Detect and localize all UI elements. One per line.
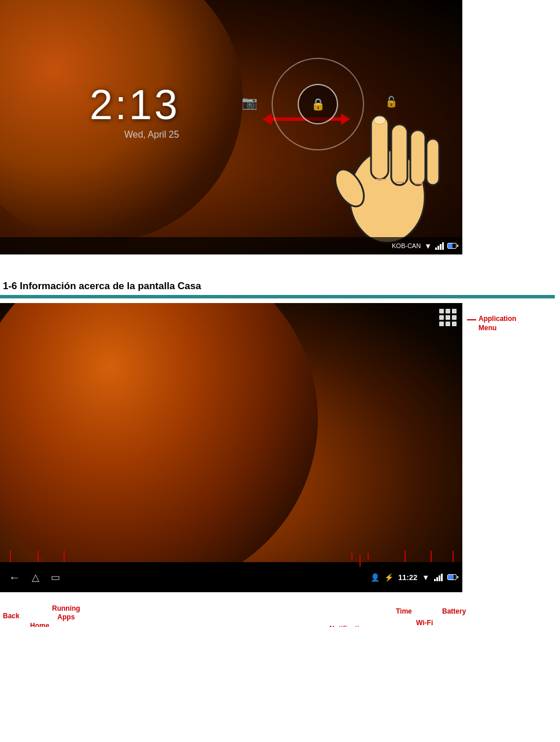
running-annotation-line (64, 551, 65, 562)
dot-6 (452, 315, 457, 320)
lock-screen-time: 2:13 (90, 81, 180, 128)
time-annotation-line (405, 551, 406, 562)
signal-bars-home (434, 573, 443, 581)
svg-rect-3 (391, 124, 407, 185)
nav-icons-left: ← △ ▭ (9, 571, 60, 584)
label-notifications: Notifications (329, 625, 372, 627)
svg-point-9 (374, 116, 385, 124)
notifications-line (359, 555, 361, 567)
dot-8 (446, 322, 450, 326)
battery-icon-home (447, 574, 457, 580)
svg-rect-2 (371, 116, 388, 179)
wifi-icon-lock: ▼ (424, 242, 432, 250)
back-button[interactable]: ← (9, 571, 20, 584)
dot-9 (452, 322, 457, 326)
battery-annotation-line (453, 551, 454, 562)
wifi-annotation-line (431, 551, 432, 562)
lock-screen-background: 2:13 Wed, April 25 📷 🔓 🔒 (0, 0, 462, 254)
home-labels-area: Back RunningApps Home Notifications Time… (0, 586, 462, 627)
notification-usb-icon: ⚡ (384, 573, 394, 582)
app-menu-button[interactable] (439, 309, 457, 326)
section-title: 1-6 Información acerca de la pantalla Ca… (3, 280, 560, 292)
dot-7 (439, 322, 444, 326)
lock-screen-section: 2:13 Wed, April 25 📷 🔓 🔒 (0, 0, 560, 266)
dot-5 (446, 315, 450, 320)
svg-rect-4 (410, 130, 425, 185)
lock-screen-date: Wed, April 25 (124, 130, 179, 140)
camera-icon[interactable]: 📷 (242, 95, 257, 110)
status-bar-right: 👤 ⚡ 11:22 ▼ (370, 573, 457, 582)
app-menu-dash (467, 319, 476, 320)
app-menu-label: ApplicationMenu (467, 308, 516, 333)
app-menu-text: ApplicationMenu (479, 315, 516, 333)
dot-2 (446, 309, 450, 313)
label-time: Time (396, 607, 412, 615)
home-annotation-line (38, 551, 39, 562)
section-title-area: 1-6 Información acerca de la pantalla Ca… (0, 266, 560, 303)
notification-person-icon: 👤 (370, 573, 380, 582)
home-screen-background: ← △ ▭ 👤 ⚡ 11:22 ▼ (0, 303, 462, 592)
carrier-text: KOB-CAN (392, 242, 421, 249)
back-annotation-line (10, 551, 11, 562)
dot-3 (452, 309, 457, 313)
section-title-bar (0, 295, 555, 298)
battery-icon-lock (447, 243, 457, 249)
label-home: Home (30, 622, 49, 627)
label-running-apps: RunningApps (52, 604, 80, 621)
status-time: 11:22 (398, 573, 417, 582)
home-button[interactable]: △ (32, 571, 39, 584)
svg-rect-5 (427, 139, 439, 185)
lock-screen-status-bar: KOB-CAN ▼ (0, 237, 462, 254)
dot-4 (439, 315, 444, 320)
signal-bars (435, 242, 444, 250)
finger-hand-illustration (329, 81, 457, 254)
label-wifi: Wi-Fi (416, 619, 433, 627)
recent-apps-button[interactable]: ▭ (51, 571, 60, 584)
label-battery: Battery (442, 607, 466, 615)
arrow-left-head (262, 113, 272, 125)
label-back: Back (3, 612, 20, 620)
dot-1 (439, 309, 444, 313)
lock-icon: 🔒 (311, 97, 325, 111)
home-screen-section: ← △ ▭ 👤 ⚡ 11:22 ▼ (0, 303, 560, 627)
wifi-icon-home: ▼ (422, 573, 429, 582)
